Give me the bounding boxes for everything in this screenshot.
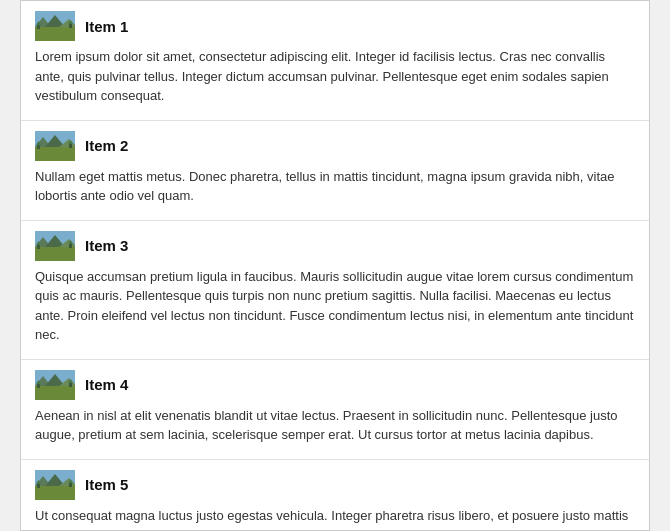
item-thumbnail [35,131,75,161]
item-body: Aenean in nisl at elit venenatis blandit… [35,406,635,445]
item-body: Nullam eget mattis metus. Donec pharetra… [35,167,635,206]
item-body: Ut consequat magna luctus justo egestas … [35,506,635,532]
svg-rect-13 [35,147,75,161]
list-item: Item 3 Quisque accumsan pretium ligula i… [21,221,649,360]
item-title: Item 3 [85,237,128,254]
svg-rect-31 [35,386,75,400]
list-item: Item 4 Aenean in nisl at elit venenatis … [21,360,649,460]
item-thumbnail [35,11,75,41]
item-header: Item 1 [35,11,635,41]
svg-rect-22 [35,247,75,261]
item-title: Item 1 [85,18,128,35]
item-thumbnail [35,470,75,500]
item-title: Item 2 [85,137,128,154]
item-body: Lorem ipsum dolor sit amet, consectetur … [35,47,635,106]
svg-rect-4 [35,27,75,41]
list-item: Item 2 Nullam eget mattis metus. Donec p… [21,121,649,221]
items-list[interactable]: Item 1 Lorem ipsum dolor sit amet, conse… [20,0,650,531]
item-header: Item 4 [35,370,635,400]
list-item: Item 5 Ut consequat magna luctus justo e… [21,460,649,532]
svg-rect-40 [35,486,75,500]
item-header: Item 5 [35,470,635,500]
item-header: Item 3 [35,231,635,261]
item-thumbnail [35,370,75,400]
list-item: Item 1 Lorem ipsum dolor sit amet, conse… [21,1,649,121]
item-title: Item 5 [85,476,128,493]
item-title: Item 4 [85,376,128,393]
item-body: Quisque accumsan pretium ligula in fauci… [35,267,635,345]
item-header: Item 2 [35,131,635,161]
item-thumbnail [35,231,75,261]
